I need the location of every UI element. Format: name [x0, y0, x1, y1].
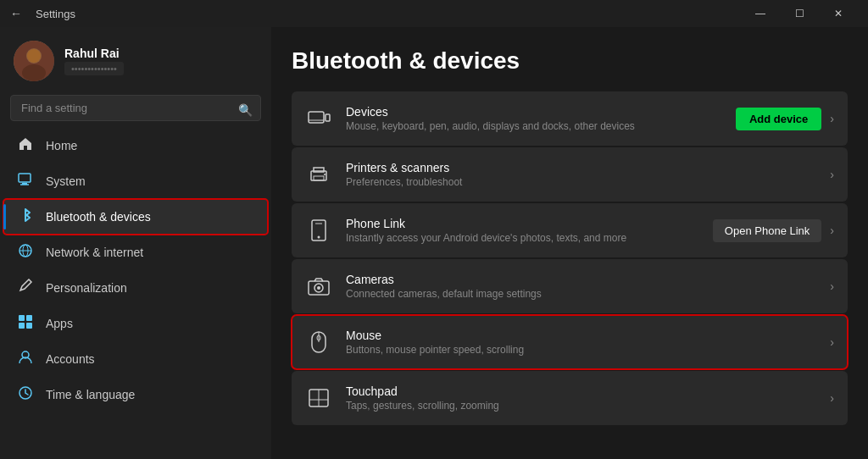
- svg-rect-17: [326, 114, 330, 121]
- svg-rect-16: [309, 112, 324, 123]
- phonelink-desc: Instantly access your Android device's p…: [346, 232, 699, 244]
- mouse-chevron: ›: [830, 335, 834, 349]
- settings-list: Devices Mouse, keyboard, pen, audio, dis…: [292, 91, 848, 425]
- minimize-button[interactable]: —: [741, 0, 780, 27]
- personalization-icon: [17, 279, 34, 297]
- cameras-text: Cameras Connected cameras, default image…: [346, 273, 816, 300]
- settings-item-printers[interactable]: Printers & scanners Preferences, trouble…: [292, 147, 848, 202]
- devices-action: Add device ›: [736, 108, 834, 130]
- search-icon: 🔍: [238, 103, 253, 117]
- sidebar-item-apps-label: Apps: [46, 317, 73, 330]
- svg-point-28: [317, 286, 320, 290]
- settings-item-devices[interactable]: Devices Mouse, keyboard, pen, audio, dis…: [292, 91, 848, 146]
- devices-chevron: ›: [830, 112, 834, 125]
- sidebar-item-time-label: Time & language: [46, 388, 135, 401]
- printers-title: Printers & scanners: [346, 161, 816, 174]
- devices-icon: [305, 105, 332, 132]
- sidebar-item-apps[interactable]: Apps: [3, 306, 268, 341]
- avatar: [14, 41, 54, 81]
- devices-text: Devices Mouse, keyboard, pen, audio, dis…: [346, 105, 722, 132]
- phonelink-icon: [305, 217, 332, 244]
- sidebar-item-accounts-label: Accounts: [46, 352, 95, 366]
- touchpad-text: Touchpad Taps, gestures, scrolling, zoom…: [346, 384, 816, 412]
- printers-icon: [305, 161, 332, 188]
- settings-item-phonelink[interactable]: Phone Link Instantly access your Android…: [292, 203, 848, 257]
- cameras-title: Cameras: [346, 273, 816, 286]
- sidebar: Rahul Rai •••••••••••••• 🔍 Home: [0, 27, 271, 459]
- main-layout: Rahul Rai •••••••••••••• 🔍 Home: [0, 27, 868, 459]
- network-icon: [17, 243, 34, 262]
- titlebar-controls: ← Settings: [10, 7, 75, 20]
- phonelink-text: Phone Link Instantly access your Android…: [346, 217, 699, 244]
- accounts-icon: [17, 350, 34, 368]
- user-profile[interactable]: Rahul Rai ••••••••••••••: [0, 27, 271, 91]
- svg-rect-11: [26, 315, 32, 321]
- sidebar-item-bluetooth-label: Bluetooth & devices: [46, 210, 151, 224]
- printers-text: Printers & scanners Preferences, trouble…: [346, 161, 816, 188]
- home-icon: [17, 136, 34, 155]
- phonelink-title: Phone Link: [346, 217, 699, 230]
- sidebar-item-network[interactable]: Network & internet: [3, 235, 268, 270]
- user-email: ••••••••••••••: [64, 62, 124, 75]
- user-info: Rahul Rai ••••••••••••••: [64, 47, 124, 75]
- phonelink-action: Open Phone Link ›: [713, 219, 834, 242]
- user-name: Rahul Rai: [64, 47, 124, 60]
- svg-point-24: [318, 236, 320, 239]
- svg-point-3: [27, 49, 41, 63]
- touchpad-action: ›: [830, 391, 834, 405]
- printers-action: ›: [830, 168, 834, 181]
- close-button[interactable]: ✕: [819, 0, 858, 27]
- mouse-desc: Buttons, mouse pointer speed, scrolling: [346, 344, 816, 356]
- svg-rect-10: [19, 315, 25, 321]
- phonelink-chevron: ›: [830, 224, 834, 237]
- back-button[interactable]: ←: [10, 7, 22, 20]
- sidebar-item-home-label: Home: [46, 139, 77, 152]
- titlebar-title: Settings: [36, 8, 75, 20]
- sidebar-nav: Home System Bluetooth &: [0, 128, 271, 412]
- sidebar-item-time[interactable]: Time & language: [3, 377, 268, 412]
- search-input[interactable]: [10, 95, 261, 121]
- apps-icon: [17, 314, 34, 333]
- cameras-desc: Connected cameras, default image setting…: [346, 288, 816, 300]
- svg-rect-12: [19, 323, 25, 329]
- devices-title: Devices: [346, 105, 722, 119]
- open-phone-button[interactable]: Open Phone Link: [713, 219, 821, 242]
- system-icon: [17, 172, 34, 191]
- svg-rect-4: [19, 174, 31, 182]
- sidebar-item-network-label: Network & internet: [46, 246, 143, 259]
- settings-item-touchpad[interactable]: Touchpad Taps, gestures, scrolling, zoom…: [292, 371, 848, 425]
- touchpad-chevron: ›: [830, 391, 834, 405]
- time-icon: [17, 385, 34, 404]
- titlebar-buttons: — ☐ ✕: [741, 0, 858, 27]
- page-title: Bluetooth & devices: [292, 47, 848, 75]
- svg-rect-20: [314, 168, 324, 172]
- sidebar-item-home[interactable]: Home: [3, 128, 268, 163]
- printers-desc: Preferences, troubleshoot: [346, 176, 816, 188]
- add-device-button[interactable]: Add device: [736, 108, 821, 130]
- sidebar-item-system-label: System: [46, 174, 86, 188]
- mouse-text: Mouse Buttons, mouse pointer speed, scro…: [346, 329, 816, 356]
- cameras-chevron: ›: [830, 279, 834, 293]
- cameras-action: ›: [830, 279, 834, 293]
- sidebar-item-accounts[interactable]: Accounts: [3, 341, 268, 377]
- touchpad-title: Touchpad: [346, 384, 816, 398]
- settings-item-mouse[interactable]: Mouse Buttons, mouse pointer speed, scro…: [292, 315, 848, 369]
- sidebar-item-system[interactable]: System: [3, 163, 268, 199]
- touchpad-icon: [305, 384, 332, 412]
- mouse-action: ›: [830, 335, 834, 349]
- sidebar-item-personalization[interactable]: Personalization: [3, 270, 268, 306]
- sidebar-item-bluetooth[interactable]: Bluetooth & devices: [3, 199, 268, 235]
- cameras-icon: [305, 273, 332, 300]
- mouse-title: Mouse: [346, 329, 816, 342]
- devices-desc: Mouse, keyboard, pen, audio, displays an…: [346, 120, 722, 132]
- titlebar: ← Settings — ☐ ✕: [0, 0, 868, 27]
- bluetooth-icon: [17, 207, 34, 226]
- content-area: Bluetooth & devices Devices Mouse, keybo…: [271, 27, 868, 459]
- mouse-icon: [305, 329, 332, 356]
- svg-point-2: [22, 64, 46, 81]
- search-container: 🔍: [0, 91, 271, 128]
- svg-rect-13: [26, 323, 32, 329]
- touchpad-desc: Taps, gestures, scrolling, zooming: [346, 400, 816, 412]
- maximize-button[interactable]: ☐: [780, 0, 819, 27]
- settings-item-cameras[interactable]: Cameras Connected cameras, default image…: [292, 259, 848, 313]
